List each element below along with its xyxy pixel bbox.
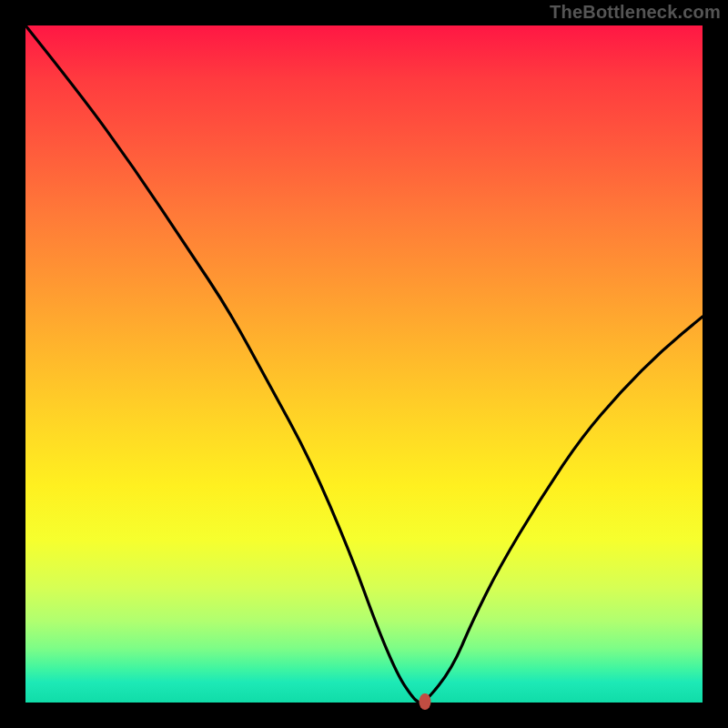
- line-curve: [25, 25, 703, 703]
- chart-frame: TheBottleneck.com: [0, 0, 728, 728]
- plot-area: [25, 25, 703, 703]
- watermark-text: TheBottleneck.com: [550, 2, 721, 23]
- chart-marker: [419, 693, 430, 710]
